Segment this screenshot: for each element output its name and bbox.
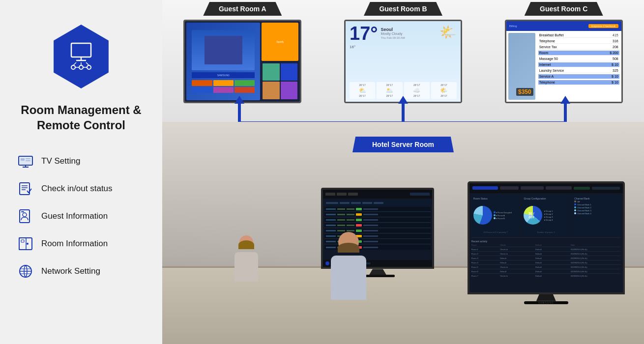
tv-screen-a: SAMSUNG Spoti <box>183 20 301 103</box>
room-icon <box>17 235 34 253</box>
svg-point-28 <box>27 243 29 245</box>
svg-rect-16 <box>26 158 30 159</box>
network-icon <box>17 262 34 280</box>
bottom-section: Room Status ● Room Occupied ● Room A ● R… <box>162 122 644 344</box>
menu-label-network: Network Setting <box>41 266 100 276</box>
menu-item-network[interactable]: Network Setting <box>15 258 147 285</box>
room-c-label: Guest Room C <box>525 2 603 16</box>
large-monitor: Room Status ● Room Occupied ● Room A ● R… <box>468 181 625 304</box>
tv-screen-b: 17° Seoul Mostly Cloudy Thu Feb 09:30 AM… <box>344 20 462 103</box>
menu-label-checkin: Check in/out status <box>41 184 113 194</box>
room-b-label: Guest Room B <box>364 2 442 16</box>
main-title: Room Management & Remote Control <box>15 102 147 133</box>
room-cards: Guest Room A SAMSUNG <box>162 0 644 123</box>
menu-item-guest-info[interactable]: Guest Information <box>15 202 147 230</box>
checkin-icon <box>17 180 34 198</box>
svg-rect-18 <box>20 183 29 195</box>
svg-line-8 <box>86 62 89 65</box>
monitor-network-icon <box>64 39 98 74</box>
svg-rect-15 <box>21 158 25 161</box>
svg-point-5 <box>87 65 91 69</box>
svg-point-23 <box>23 213 27 217</box>
svg-rect-25 <box>19 238 32 250</box>
svg-rect-17 <box>26 160 30 161</box>
guest-icon <box>17 207 34 225</box>
menu-item-checkin[interactable]: Check in/out status <box>15 175 147 202</box>
person-1 <box>234 235 258 282</box>
menu-item-tv-setting[interactable]: TV Setting <box>15 147 147 175</box>
menu-label-tv-setting: TV Setting <box>41 156 80 166</box>
hexagon-logo <box>49 25 113 88</box>
tv-icon <box>17 152 34 170</box>
room-card-c: Guest Room C Billing Express Checkout $3… <box>483 0 644 103</box>
room-card-a: Guest Room A SAMSUNG <box>162 0 323 103</box>
svg-line-6 <box>73 62 76 65</box>
top-section: Guest Room A SAMSUNG <box>162 0 644 123</box>
menu-list: TV Setting Check in/out status <box>15 147 147 285</box>
svg-rect-22 <box>20 210 29 223</box>
menu-label-guest-info: Guest Information <box>41 211 108 221</box>
person-2 <box>331 232 366 300</box>
left-panel: Room Management & Remote Control TV Sett… <box>0 0 162 344</box>
svg-rect-24 <box>21 211 24 212</box>
logo-container <box>15 25 147 88</box>
right-panel: Guest Room A SAMSUNG <box>162 0 644 344</box>
svg-rect-0 <box>71 43 91 57</box>
room-card-b: Guest Room B 17° Seoul Mostly Cloudy Thu… <box>323 0 484 103</box>
svg-rect-27 <box>21 240 24 242</box>
menu-item-room-info[interactable]: Room Information <box>15 230 147 258</box>
menu-label-room-info: Room Information <box>41 239 108 249</box>
svg-point-3 <box>71 65 75 69</box>
tv-screen-c: Billing Express Checkout $350 Breakfast … <box>505 20 623 103</box>
room-a-label: Guest Room A <box>203 2 282 16</box>
server-room-label: Hotel Server Room <box>352 137 454 152</box>
svg-point-4 <box>79 65 83 69</box>
